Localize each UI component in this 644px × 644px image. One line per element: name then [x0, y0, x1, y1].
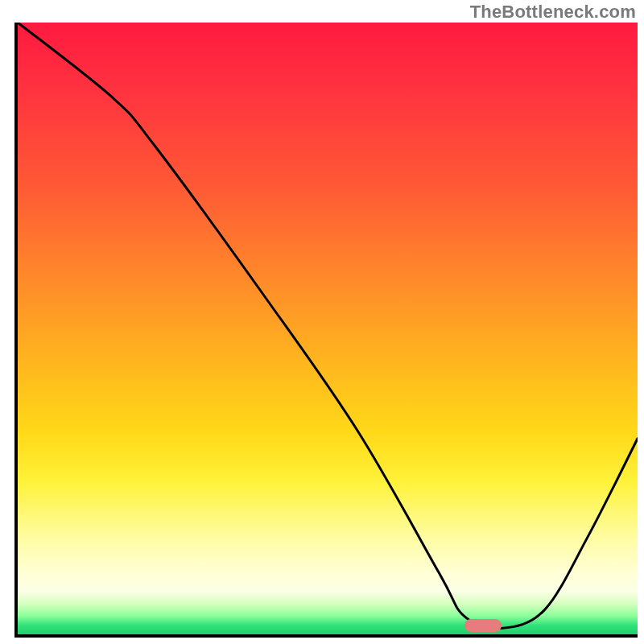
chart-stage: TheBottleneck.com: [0, 0, 644, 644]
optimal-marker: [464, 619, 502, 632]
bottleneck-curve: [18, 23, 638, 634]
watermark-text: TheBottleneck.com: [470, 2, 636, 23]
plot-area: [14, 23, 638, 638]
